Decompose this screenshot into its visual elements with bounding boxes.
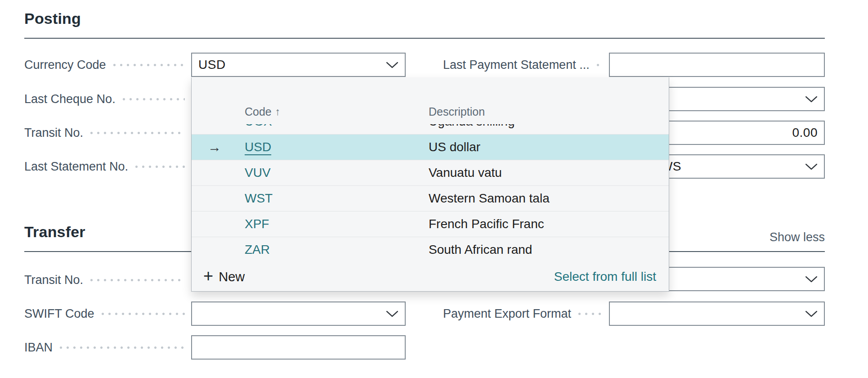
transfer-transit-no-label: Transit No. [24,268,189,292]
currency-code-value: USD [198,58,226,72]
dropdown-row-xpf[interactable]: XPF French Pacific Franc [192,211,669,237]
transit-no-label: Transit No. [24,121,189,145]
currency-code-link[interactable]: ZAR [245,237,270,262]
currency-code-combobox[interactable]: USD [191,53,406,77]
amount-value: 0.00 [792,126,818,140]
bank-account-card-page: Posting Currency Code USD Last Payment S… [0,0,868,378]
plus-icon: + [203,267,213,284]
swift-code-label: SWIFT Code [24,302,189,326]
iban-input[interactable] [191,335,406,360]
dropdown-code-column-header[interactable]: Code ↑ [245,105,280,118]
dotted-leader [60,346,185,349]
dropdown-footer: + New Select from full list [192,262,669,291]
show-less-link[interactable]: Show less [770,230,825,244]
currency-code-link[interactable]: USD [245,135,271,159]
currency-dropdown-panel: Code ↑ Description UGX Uganda shilling →… [191,77,669,292]
last-cheque-no-label: Last Cheque No. [24,87,189,111]
swift-code-combobox[interactable] [191,302,406,326]
dotted-leader [90,132,185,134]
posting-section-rule [24,38,825,39]
chevron-down-icon[interactable] [805,310,818,317]
chevron-down-icon[interactable] [386,62,398,68]
current-row-arrow-icon: → [208,135,221,159]
dropdown-row-vuv[interactable]: VUV Vanuatu vatu [192,160,669,185]
chevron-down-icon[interactable] [805,163,818,170]
dotted-leader [102,313,185,315]
dropdown-row-list: → USD US dollar VUV Vanuatu vatu WST Wes… [192,134,669,262]
chevron-down-icon[interactable] [805,96,818,103]
currency-code-link[interactable]: WST [245,186,273,211]
dropdown-description-column-header[interactable]: Description [429,105,485,118]
dotted-leader [578,313,603,315]
currency-code-label: Currency Code [24,53,189,77]
last-payment-statement-label: Last Payment Statement ... [443,53,607,77]
currency-code-link[interactable]: VUV [245,160,271,185]
iban-label: IBAN [24,335,189,360]
dropdown-row-usd[interactable]: → USD US dollar [192,134,669,160]
dropdown-row-wst[interactable]: WST Western Samoan tala [192,185,669,211]
new-currency-button[interactable]: + New [203,262,245,291]
dropdown-row-zar[interactable]: ZAR South African rand [192,237,669,262]
transfer-section-title: Transfer [24,223,85,241]
payment-export-format-label: Payment Export Format [443,302,607,326]
dotted-leader [123,98,185,100]
select-from-full-list-link[interactable]: Select from full list [554,262,656,291]
last-payment-statement-input[interactable] [609,53,825,77]
sort-ascending-icon: ↑ [275,106,281,118]
last-statement-no-label: Last Statement No. [24,154,189,179]
currency-code-link[interactable]: XPF [245,212,269,236]
posting-section-title: Posting [24,10,81,27]
dotted-leader [135,166,185,168]
dropdown-clipped-row[interactable]: UGX Uganda shilling [192,124,669,134]
dotted-leader [90,279,185,281]
dotted-leader [113,64,185,66]
dotted-leader [597,64,603,66]
chevron-down-icon[interactable] [386,310,398,317]
chevron-down-icon[interactable] [805,276,818,283]
payment-export-format-combobox[interactable] [609,302,825,326]
